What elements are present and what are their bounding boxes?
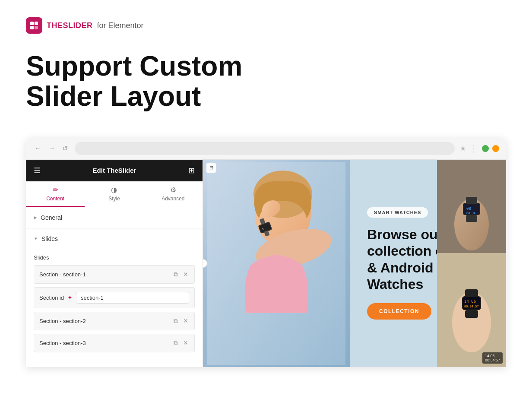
slide-3-actions: ⧉ ✕ (173, 339, 189, 348)
time-overlay: 14:0600:34:57 (482, 352, 503, 364)
indicator-green (482, 145, 489, 152)
section-id-label: Section id (39, 294, 64, 301)
editor-title: Edit TheSlider (93, 167, 136, 174)
hamburger-icon[interactable]: ☰ (34, 166, 41, 175)
slides-section: ▼ Slides Slides Section - section-1 ⧉ ✕ (26, 228, 203, 363)
tab-style[interactable]: ◑ Style (85, 181, 143, 207)
indicator-orange (492, 145, 499, 152)
svg-text:08: 08 (466, 206, 471, 211)
svg-rect-2 (30, 26, 34, 29)
tab-advanced-label: Advanced (162, 196, 184, 202)
list-item: Section - section-3 ⧉ ✕ (34, 334, 195, 352)
general-section-label: General (41, 214, 62, 221)
slide-1-actions: ⧉ ✕ (173, 270, 189, 279)
top-area: THESLIDER for Elementor Support Custom S… (0, 0, 532, 138)
pencil-icon: ✏ (53, 186, 58, 194)
slider-thumbnails: 08 00:34 (437, 160, 506, 367)
editor-panel: ☰ Edit TheSlider ⊞ ✏ Content ◑ Style ⚙ A… (26, 160, 203, 367)
category-badge: SMART WATCHES (367, 207, 428, 218)
svg-text:00:34: 00:34 (466, 212, 475, 215)
tab-content[interactable]: ✏ Content (26, 181, 85, 207)
editor-header: ☰ Edit TheSlider ⊞ (26, 160, 203, 181)
browser-content: ☰ Edit TheSlider ⊞ ✏ Content ◑ Style ⚙ A… (26, 160, 506, 367)
list-item: Section - section-1 ⧉ ✕ (34, 265, 195, 284)
svg-rect-22 (466, 215, 477, 222)
reload-button[interactable]: ↺ (60, 143, 70, 153)
browser-nav: ← → ↺ (33, 143, 70, 153)
list-item: Section - section-2 ⧉ ✕ (34, 312, 195, 330)
slide-2-actions: ⧉ ✕ (173, 317, 189, 326)
tab-style-label: Style (108, 196, 120, 202)
browser-chrome: ← → ↺ ★ ⋮ (26, 138, 506, 160)
chevron-down-icon: ▼ (34, 236, 38, 241)
tab-content-label: Content (46, 196, 64, 202)
slide-3-delete-button[interactable]: ✕ (182, 339, 189, 347)
svg-text:14:06: 14:06 (464, 299, 476, 304)
slide-2-text: Section - section-2 (39, 318, 173, 324)
slides-content: Slides Section - section-1 ⧉ ✕ Section i… (26, 249, 203, 363)
section-id-input[interactable] (76, 292, 189, 304)
brand-suffix: for Elementor (97, 21, 144, 30)
preview-panel: ⊟ ‹ (203, 160, 506, 367)
browser-mockup: ← → ↺ ★ ⋮ ☰ Edit TheSlider ⊞ ✏ Co (26, 138, 506, 367)
svg-rect-1 (35, 22, 38, 25)
brand-bar: THESLIDER for Elementor (26, 17, 506, 34)
svg-rect-30 (465, 310, 478, 318)
svg-rect-0 (30, 22, 34, 25)
menu-dots-icon[interactable]: ⋮ (469, 143, 478, 154)
collection-button[interactable]: COLLECTION (367, 303, 431, 320)
back-button[interactable]: ← (33, 144, 43, 153)
general-section: ▶ General (26, 207, 203, 228)
svg-rect-21 (466, 197, 477, 204)
forward-button[interactable]: → (47, 144, 57, 153)
tab-advanced[interactable]: ⚙ Advanced (144, 181, 203, 207)
editor-content: ▶ General ▼ Slides Slides Section - se (26, 207, 203, 367)
address-bar[interactable] (75, 142, 455, 155)
general-section-header[interactable]: ▶ General (26, 207, 203, 228)
svg-rect-29 (465, 289, 478, 297)
section-id-row: Section id ✦ (34, 287, 195, 308)
slider-image-area: 3 (203, 160, 350, 367)
slide-2-duplicate-button[interactable]: ⧉ (173, 317, 179, 326)
gear-icon: ⚙ (170, 186, 176, 194)
slide-1-duplicate-button[interactable]: ⧉ (173, 270, 179, 279)
magic-wand-icon[interactable]: ✦ (67, 294, 73, 301)
slides-section-header[interactable]: ▼ Slides (26, 228, 203, 249)
chevron-right-icon: ▶ (34, 215, 37, 220)
slide-2-delete-button[interactable]: ✕ (182, 317, 189, 325)
slide-3-text: Section - section-3 (39, 340, 173, 346)
style-icon: ◑ (111, 186, 117, 194)
svg-text:00:34:57: 00:34:57 (464, 305, 479, 308)
badge-text: SMART WATCHES (374, 210, 421, 215)
brand-icon (26, 17, 42, 34)
thumbnail-bottom: 14:06 00:34:57 14:0600:34:57 (437, 253, 506, 367)
slides-field-label: Slides (34, 254, 195, 261)
slide-1-delete-button[interactable]: ✕ (182, 270, 189, 279)
page-title: Support Custom Slider Layout (26, 51, 506, 112)
slide-1-text: Section - section-1 (39, 271, 173, 278)
person-image: 3 (203, 160, 350, 367)
slides-section-label: Slides (41, 235, 58, 242)
grid-icon[interactable]: ⊞ (188, 166, 195, 175)
thumbnail-top: 08 00:34 (437, 160, 506, 253)
slide-3-duplicate-button[interactable]: ⧉ (173, 339, 179, 348)
edit-indicator: ⊟ (206, 163, 216, 173)
browser-actions: ★ ⋮ (460, 143, 499, 154)
editor-tabs: ✏ Content ◑ Style ⚙ Advanced (26, 181, 203, 207)
brand-name: THESLIDER (47, 21, 93, 30)
svg-rect-3 (35, 26, 38, 29)
slider-preview: 3 SMART WATCHES Browse our collect (203, 160, 506, 367)
bookmark-icon[interactable]: ★ (460, 144, 466, 152)
